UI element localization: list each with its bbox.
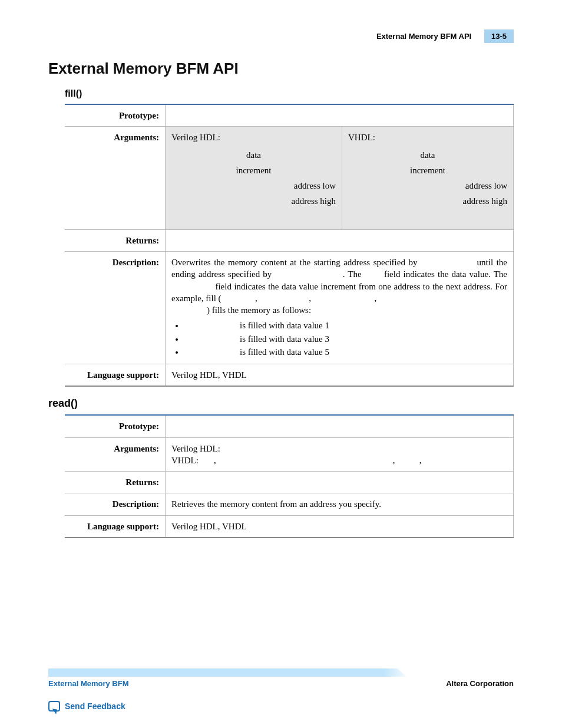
desc-text: ,: [309, 294, 311, 303]
desc-text: . The: [343, 269, 362, 279]
desc-text: field indicates the data value.: [384, 269, 491, 279]
page-header: External Memory BFM API 13-5: [48, 29, 514, 43]
footer-decorative-bar: [48, 668, 514, 677]
page-number-tag: 13-5: [484, 29, 514, 43]
fill-table: Prototype: Arguments: Verilog HDL: data …: [65, 104, 514, 387]
fill-lang-value: Verilog HDL, VHDL: [166, 364, 514, 387]
read-prototype-label: Prototype:: [65, 415, 166, 437]
arg-data: data: [171, 147, 336, 163]
list-item: is filled with data value 5: [184, 346, 507, 358]
running-title: External Memory BFM API: [376, 32, 471, 41]
vhdl-args-line: VHDL: , , ,: [171, 454, 507, 466]
fill-args-vhdl: VHDL: data increment address low address…: [342, 127, 514, 230]
read-heading: read(): [48, 397, 514, 410]
send-feedback[interactable]: Send Feedback: [48, 701, 514, 711]
read-lang-value: Verilog HDL, VHDL: [166, 515, 514, 538]
feedback-icon: [48, 701, 60, 711]
read-description-label: Description:: [65, 493, 166, 515]
desc-text: The: [494, 269, 507, 279]
fill-args-verilog: Verilog HDL: data increment address low …: [166, 127, 342, 230]
fill-bullet-list: is filled with data value 1 is filled wi…: [184, 319, 507, 358]
read-lang-label: Language support:: [65, 515, 166, 538]
list-item: is filled with data value 3: [184, 333, 507, 345]
read-arguments-label: Arguments:: [65, 437, 166, 472]
arg-address-low-vhdl: address low: [348, 178, 507, 193]
fill-returns-label: Returns:: [65, 229, 166, 251]
desc-text: ,: [375, 294, 377, 303]
verilog-hdl-label: Verilog HDL:: [171, 133, 220, 142]
vhdl-label: VHDL:: [348, 133, 375, 142]
fill-heading: fill(): [65, 88, 514, 99]
desc-text: ) fills the memory as follows:: [207, 305, 311, 315]
page-footer: External Memory BFM Altera Corporation S…: [48, 668, 514, 711]
arg-increment-vhdl: increment: [348, 163, 507, 178]
footer-corporation: Altera Corporation: [446, 679, 514, 688]
desc-text: field indicates the data value increment…: [215, 282, 461, 291]
verilog-hdl-label: Verilog HDL:: [171, 443, 507, 454]
fill-description: Overwrites the memory content at the sta…: [166, 252, 514, 364]
desc-text: ,: [255, 294, 257, 303]
arg-address-high: address high: [171, 193, 336, 209]
desc-text: until: [477, 258, 494, 267]
read-table: Prototype: Arguments: Verilog HDL: VHDL:…: [65, 414, 514, 538]
read-returns-value: [166, 472, 514, 493]
arg-increment: increment: [171, 163, 336, 178]
footer-section-link[interactable]: External Memory BFM: [48, 679, 129, 688]
fill-arguments-label: Arguments:: [65, 127, 166, 230]
arg-address-low: address low: [171, 178, 336, 193]
fill-prototype-label: Prototype:: [65, 104, 166, 127]
page-title: External Memory BFM API: [48, 60, 514, 78]
send-feedback-link[interactable]: Send Feedback: [65, 701, 125, 711]
desc-text: Overwrites the memory content at the sta…: [171, 258, 417, 267]
list-item: is filled with data value 1: [184, 319, 507, 331]
read-description-value: Retrieves the memory content from an add…: [166, 493, 514, 515]
read-returns-label: Returns:: [65, 472, 166, 493]
fill-description-label: Description:: [65, 252, 166, 364]
fill-lang-label: Language support:: [65, 364, 166, 387]
arg-address-high-vhdl: address high: [348, 193, 507, 209]
read-prototype-value: [166, 415, 514, 437]
read-arguments-value: Verilog HDL: VHDL: , , ,: [166, 437, 514, 472]
fill-prototype-value: [166, 104, 514, 127]
arg-data-vhdl: data: [348, 147, 507, 163]
fill-returns-value: [166, 229, 514, 251]
